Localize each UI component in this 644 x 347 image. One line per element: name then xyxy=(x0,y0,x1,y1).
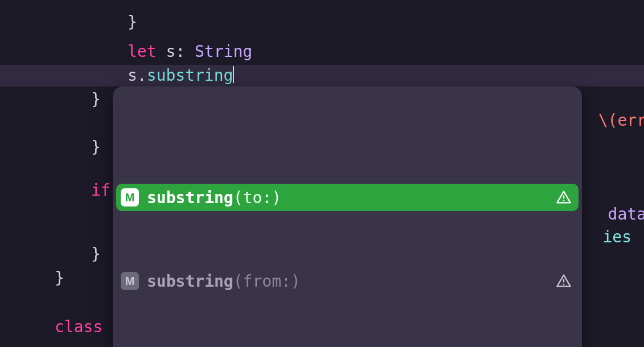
brace: } xyxy=(91,90,101,109)
autocomplete-item-substring-from[interactable]: M substring(from:) xyxy=(116,267,579,295)
warning-icon xyxy=(556,273,572,289)
autocomplete-popup: M substring(to:) M substring(from:) M xyxy=(113,86,582,347)
identifier: s: xyxy=(157,42,195,61)
brace: } xyxy=(128,13,137,31)
code-active-line[interactable]: s.substring xyxy=(0,65,644,86)
svg-rect-3 xyxy=(563,284,564,285)
autocomplete-item-substring-to[interactable]: M substring(to:) xyxy=(116,184,579,211)
code-fragment: \(err xyxy=(598,111,644,130)
code-line: } xyxy=(0,11,644,33)
svg-rect-0 xyxy=(563,196,564,199)
code-fragment: ies xyxy=(602,228,631,246)
brace: } xyxy=(55,268,64,287)
code-line: let s: String xyxy=(0,41,644,63)
keyword-class: class xyxy=(55,317,102,336)
method-call: substring xyxy=(147,66,233,85)
code-editor[interactable]: } let s: String s.substring } } if } } c… xyxy=(0,0,644,347)
autocomplete-list: M substring(to:) M substring(from:) M xyxy=(113,124,582,347)
identifier: s. xyxy=(128,66,147,85)
keyword-if: if xyxy=(91,181,110,200)
autocomplete-label: substring(from:) xyxy=(147,272,548,291)
warning-icon xyxy=(556,189,572,205)
keyword-let: let xyxy=(128,42,157,61)
text-cursor xyxy=(233,66,234,83)
method-badge: M xyxy=(121,188,139,206)
svg-rect-1 xyxy=(563,200,564,201)
svg-rect-2 xyxy=(563,279,564,283)
type-string: String xyxy=(195,42,252,61)
code-fragment: data xyxy=(608,205,644,224)
autocomplete-label: substring(to:) xyxy=(147,188,548,207)
brace: } xyxy=(91,138,101,156)
brace: } xyxy=(91,245,101,263)
method-badge: M xyxy=(121,272,139,290)
